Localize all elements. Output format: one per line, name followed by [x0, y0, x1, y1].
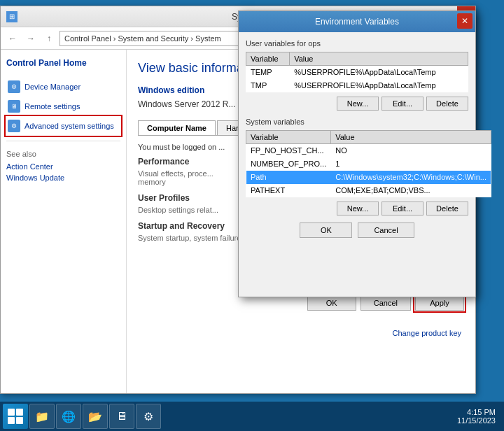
- sidebar-item-advanced-settings[interactable]: ⚙ Advanced system settings: [6, 117, 120, 135]
- windows-update-link[interactable]: Windows Update: [6, 174, 120, 182]
- device-manager-icon: ⚙: [8, 80, 20, 93]
- clock-time: 4:15 PM: [457, 408, 496, 416]
- divider: [6, 141, 120, 141]
- system-window-icon: ⊞: [6, 11, 18, 22]
- user-vars-table: Variable Value TEMP %USERPROFILE%\AppDat…: [246, 52, 468, 92]
- control-panel-home-title: Control Panel Home: [6, 58, 120, 69]
- device-manager-label: Device Manager: [24, 83, 80, 91]
- user-var-col-variable: Variable: [246, 52, 290, 66]
- taskbar-settings-icon[interactable]: ⚙: [136, 404, 161, 429]
- advanced-settings-icon: ⚙: [8, 120, 20, 132]
- sys-var-path-value: C:\Windows\system32;C:\Windows;C:\Win...: [331, 171, 491, 184]
- start-button[interactable]: [3, 404, 28, 429]
- env-dialog-content: User variables for ops Variable Value TE…: [239, 32, 475, 245]
- sys-var-pathext-name: PATHEXT: [246, 184, 331, 197]
- see-also-label: See also: [6, 150, 120, 158]
- advanced-settings-label: Advanced system settings: [24, 122, 114, 130]
- sys-new-button[interactable]: New...: [337, 202, 379, 216]
- env-dialog-title: Environment Variables: [244, 17, 470, 27]
- user-new-button[interactable]: New...: [337, 97, 379, 111]
- forward-button[interactable]: →: [23, 31, 38, 46]
- sys-delete-button[interactable]: Delete: [426, 202, 468, 216]
- ok-button[interactable]: OK: [307, 295, 356, 311]
- cancel-button[interactable]: Cancel: [360, 295, 411, 311]
- sidebar-item-remote-settings[interactable]: 🖥 Remote settings: [6, 97, 120, 115]
- apply-button[interactable]: Apply: [415, 295, 464, 311]
- taskbar: 📁 🌐 📂 🖥 ⚙ 4:15 PM 11/15/2023: [0, 402, 504, 431]
- change-product-key-link[interactable]: Change product key: [393, 329, 461, 337]
- start-icon: [8, 409, 23, 424]
- up-button[interactable]: ↑: [41, 31, 57, 46]
- taskbar-folder-icon[interactable]: 📂: [83, 404, 108, 429]
- sys-var-row-fp[interactable]: FP_NO_HOST_CH... NO: [246, 144, 491, 157]
- left-panel: Control Panel Home ⚙ Device Manager 🖥 Re…: [1, 50, 127, 393]
- clock-date: 11/15/2023: [457, 416, 496, 425]
- user-var-tmp-value: %USERPROFILE%\AppData\Local\Temp: [290, 79, 468, 92]
- system-vars-title: System variables: [246, 118, 468, 126]
- sys-edit-button[interactable]: Edit...: [382, 202, 424, 216]
- action-center-link[interactable]: Action Center: [6, 162, 120, 171]
- system-vars-table: Variable Value FP_NO_HOST_CH... NO NUMBE…: [246, 130, 491, 197]
- remote-settings-label: Remote settings: [24, 102, 80, 111]
- taskbar-explorer-icon[interactable]: 📁: [29, 404, 55, 429]
- bottom-buttons: OK Cancel Apply: [138, 295, 464, 311]
- sys-var-col-value: Value: [331, 131, 491, 144]
- sys-var-fp-value: NO: [331, 144, 491, 157]
- env-close-button[interactable]: ✕: [457, 13, 472, 29]
- sys-var-row-path[interactable]: Path C:\Windows\system32;C:\Windows;C:\W…: [246, 171, 491, 184]
- user-var-temp-name: TEMP: [246, 66, 290, 79]
- user-var-row-tmp[interactable]: TMP %USERPROFILE%\AppData\Local\Temp: [246, 79, 468, 92]
- back-button[interactable]: ←: [5, 31, 20, 46]
- sys-var-numproc-value: 1: [331, 157, 491, 171]
- sys-var-col-variable: Variable: [246, 131, 331, 144]
- environment-variables-dialog: Environment Variables ✕ User variables f…: [238, 10, 476, 297]
- env-ok-row: OK Cancel: [246, 222, 468, 238]
- user-vars-buttons: New... Edit... Delete: [246, 97, 468, 111]
- remote-settings-icon: 🖥: [8, 100, 20, 113]
- sys-var-fp-name: FP_NO_HOST_CH...: [246, 144, 331, 157]
- sys-var-path-name: Path: [246, 171, 331, 184]
- sys-var-numproc-name: NUMBER_OF_PRO...: [246, 157, 331, 171]
- tab-computer-name[interactable]: Computer Name: [138, 120, 216, 135]
- user-delete-button[interactable]: Delete: [426, 97, 468, 111]
- system-vars-buttons: New... Edit... Delete: [246, 202, 468, 216]
- env-cancel-button[interactable]: Cancel: [358, 222, 414, 238]
- taskbar-clock: 4:15 PM 11/15/2023: [451, 408, 501, 425]
- user-var-col-value: Value: [290, 52, 468, 66]
- user-var-row-temp[interactable]: TEMP %USERPROFILE%\AppData\Local\Temp: [246, 66, 468, 79]
- sys-var-row-pathext[interactable]: PATHEXT COM;EXE;BAT;CMD;VBS...: [246, 184, 491, 197]
- user-vars-title: User variables for ops: [246, 39, 468, 48]
- user-var-temp-value: %USERPROFILE%\AppData\Local\Temp: [290, 66, 468, 79]
- sidebar-item-device-manager[interactable]: ⚙ Device Manager: [6, 78, 120, 96]
- env-dialog-titlebar: Environment Variables ✕: [239, 11, 475, 32]
- user-var-tmp-name: TMP: [246, 79, 290, 92]
- sys-var-row-numproc[interactable]: NUMBER_OF_PRO... 1: [246, 157, 491, 171]
- user-edit-button[interactable]: Edit...: [382, 97, 424, 111]
- taskbar-server-icon[interactable]: 🖥: [109, 404, 134, 429]
- sys-var-pathext-value: COM;EXE;BAT;CMD;VBS...: [331, 184, 491, 197]
- desktop: ⊞ System — □ ✕ ← → ↑ Control Panel › Sys…: [0, 0, 504, 402]
- env-ok-button[interactable]: OK: [300, 222, 352, 238]
- taskbar-ie-icon[interactable]: 🌐: [56, 404, 81, 429]
